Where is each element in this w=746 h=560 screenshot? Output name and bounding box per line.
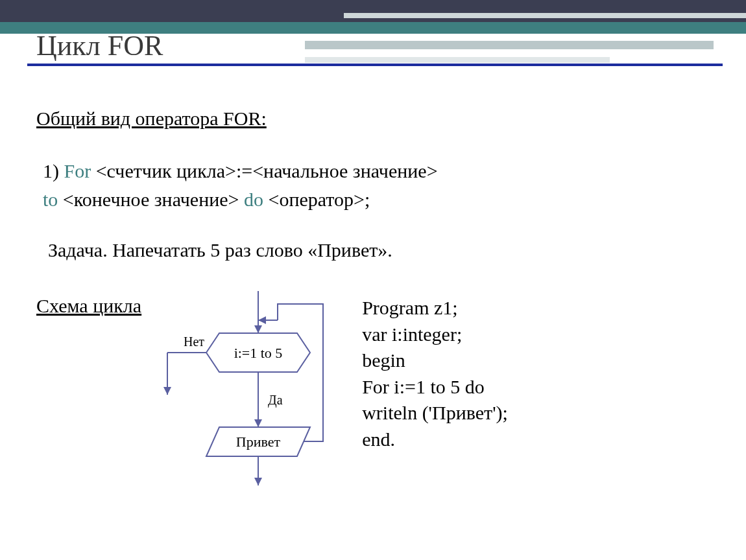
code-line-3: begin xyxy=(362,349,405,371)
svg-marker-7 xyxy=(163,387,171,395)
branch-yes-label: Да xyxy=(268,393,283,408)
code-block: Program z1; var i:integer; begin For i:=… xyxy=(362,291,508,498)
syntax-number: 1) xyxy=(43,160,64,181)
keyword-do: do xyxy=(244,189,263,210)
keyword-to: to xyxy=(43,189,58,210)
svg-marker-12 xyxy=(254,478,262,485)
slide-title: Цикл FOR xyxy=(36,29,163,62)
slide-decoration-bar-2 xyxy=(305,41,714,49)
code-line-4: For i:=1 to 5 do xyxy=(362,376,485,397)
section-subheading: Общий вид оператора FOR: xyxy=(36,108,720,130)
slide-content: Общий вид оператора FOR: 1) For <счетчик… xyxy=(36,97,720,498)
loop-body: Привет xyxy=(236,434,281,450)
flowchart: i:=1 to 5 Нет Да Привет xyxy=(148,291,336,498)
code-line-1: Program z1; xyxy=(362,297,457,318)
keyword-for: For xyxy=(64,160,91,181)
for-syntax-block: 1) For <счетчик цикла>:=<начальное значе… xyxy=(43,157,720,213)
svg-marker-2 xyxy=(258,316,266,324)
branch-no-label: Нет xyxy=(184,334,204,349)
scheme-label: Схема цикла xyxy=(36,291,141,498)
code-line-5: writeln ('Привет'); xyxy=(362,402,508,423)
code-line-2: var i:integer; xyxy=(362,323,462,345)
slide-top-band xyxy=(0,0,746,22)
syntax-part-1: <счетчик цикла>:=<начальное значение> xyxy=(91,160,437,181)
task-text: Задача. Напечатать 5 раз слово «Привет». xyxy=(48,239,720,261)
syntax-part-3: <оператор>; xyxy=(263,189,370,210)
title-underline xyxy=(27,64,723,66)
slide-decoration-bar-3 xyxy=(305,57,610,63)
svg-marker-9 xyxy=(254,419,262,427)
loop-condition: i:=1 to 5 xyxy=(234,345,283,361)
syntax-part-2: <конечное значение> xyxy=(58,189,244,210)
slide-decoration-bar-1 xyxy=(344,13,746,18)
svg-marker-3 xyxy=(254,325,262,333)
code-line-6: end. xyxy=(362,428,395,450)
